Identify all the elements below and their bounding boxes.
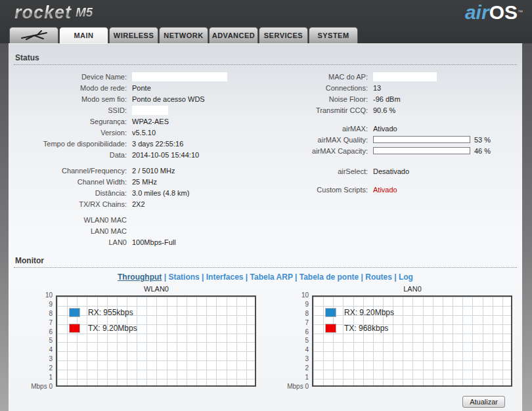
status-row-airselect: airSelect: Desativado — [269, 165, 522, 177]
airmax-quality-meter — [373, 136, 470, 143]
field-label: Custom Scripts: — [269, 186, 368, 194]
status-row-airmax-quality: airMAX Quality: 53 % — [269, 134, 522, 145]
status-row-channel-width: Channel Width: 25 MHz — [9, 176, 269, 187]
wlan0-legend: RX: 955kbps TX: 9.20Mbps — [69, 305, 137, 336]
y-tick: 1 — [49, 374, 53, 381]
airmax-capacity-percent: 46 % — [474, 147, 491, 155]
tx-color-swatch — [69, 324, 80, 333]
tab-system[interactable]: SYSTEM — [309, 27, 358, 43]
field-label: Tempo de disponibilidade: — [9, 140, 127, 148]
status-section-header: Status — [14, 52, 517, 65]
wlan0-plot-area: RX: 955kbps TX: 9.20Mbps — [56, 295, 256, 387]
field-label: Channel Width: — [9, 178, 127, 186]
rx-color-swatch — [69, 308, 80, 317]
link-interfaces[interactable]: Interfaces — [206, 272, 244, 282]
field-value: Ponto de acesso WDS — [132, 95, 205, 103]
link-throughput[interactable]: Throughput — [118, 272, 162, 282]
status-row-airmax: airMAX: Ativado — [269, 123, 522, 134]
link-log[interactable]: Log — [399, 272, 413, 282]
tab-services[interactable]: SERVICES — [259, 27, 308, 43]
y-tick: 7 — [49, 319, 53, 327]
link-separator: | — [246, 272, 248, 282]
y-axis-unit-label: Mbps 0 — [287, 383, 309, 391]
y-tick: 3 — [49, 355, 53, 363]
y-tick: 5 — [49, 337, 53, 345]
main-content: Status Device Name: Modo de rede: Ponte … — [9, 43, 522, 411]
wlan0-y-axis: 10 9 8 7 6 5 4 3 2 1 Mbps 0 — [9, 295, 56, 387]
status-right-column: MAC do AP: Connections: 13 Noise Floor: … — [269, 71, 522, 248]
status-row-device-name: Device Name: — [9, 71, 269, 82]
status-row-security: Segurança: WPA2-AES — [9, 116, 269, 127]
tab-ubiquiti-home[interactable] — [9, 27, 58, 43]
status-row-noise-floor: Noise Floor: -96 dBm — [269, 93, 522, 104]
rx-color-swatch — [325, 308, 336, 317]
rocket-model-label: M5 — [76, 5, 93, 20]
status-grid: Device Name: Modo de rede: Ponte Modo se… — [9, 65, 522, 248]
lan0-y-axis: 10 9 8 7 6 5 4 3 2 1 Mbps 0 — [265, 295, 312, 387]
tab-network[interactable]: NETWORK — [159, 27, 208, 43]
field-label: Noise Floor: — [269, 95, 368, 103]
airmax-capacity-meter — [373, 147, 470, 154]
field-value: 3 days 22:55:16 — [132, 140, 183, 148]
field-value: Ponte — [132, 84, 151, 92]
y-tick: 4 — [49, 346, 53, 354]
status-row-uptime: Tempo de disponibilidade: 3 days 22:55:1… — [9, 138, 269, 149]
field-label: Transmitir CCQ: — [269, 106, 368, 114]
link-arp-table[interactable]: Tabela ARP — [250, 272, 293, 282]
field-label: Modo de rede: — [9, 84, 127, 92]
link-routes[interactable]: Routes — [365, 272, 392, 282]
y-tick: 9 — [305, 301, 309, 309]
field-label: Version: — [9, 129, 127, 137]
status-row-distance: Distância: 3.0 miles (4.8 km) — [9, 187, 269, 198]
legend-row-tx: TX: 9.20Mbps — [69, 320, 137, 336]
status-row-connections: Connections: 13 — [269, 82, 522, 93]
rx-legend-label: RX: 955kbps — [88, 308, 133, 317]
tx-legend-label: TX: 9.20Mbps — [88, 324, 137, 333]
logo-row: rocket M5 airOS™ — [0, 0, 532, 26]
field-value: 100Mbps-Full — [132, 238, 176, 246]
field-label: airMAX Quality: — [269, 136, 368, 144]
link-stations[interactable]: Stations — [168, 272, 199, 282]
field-value: 25 MHz — [132, 178, 157, 186]
tab-advanced[interactable]: ADVANCED — [209, 27, 258, 43]
status-row-version: Version: v5.5.10 — [9, 127, 269, 138]
tab-wireless[interactable]: WIRELESS — [109, 27, 158, 43]
lan0-chart-body: 10 9 8 7 6 5 4 3 2 1 Mbps 0 R — [265, 295, 521, 387]
legend-row-rx: RX: 9.20Mbps — [325, 305, 394, 320]
y-tick: 2 — [49, 364, 53, 372]
y-tick: 8 — [305, 310, 309, 318]
field-value: WPA2-AES — [132, 118, 169, 125]
link-separator: | — [361, 272, 363, 282]
status-row-wlan0-mac: WLAN0 MAC — [9, 214, 269, 225]
monitor-nav-links: Throughput | Stations | Interfaces | Tab… — [9, 272, 522, 282]
device-name-value-redacted — [132, 72, 227, 81]
refresh-button[interactable]: Atualizar — [462, 396, 505, 408]
field-label: MAC do AP: — [269, 73, 368, 81]
lan0-plot-area: RX: 9.20Mbps TX: 968kbps — [312, 295, 512, 387]
tab-bar: MAIN WIRELESS NETWORK ADVANCED SERVICES … — [0, 26, 532, 43]
ssid-value-redacted — [132, 106, 168, 115]
throughput-charts: WLAN0 10 9 8 7 6 5 4 3 2 1 Mbps 0 — [9, 285, 522, 387]
airos-logo: airOS™ — [465, 1, 523, 24]
tab-main[interactable]: MAIN — [59, 27, 108, 43]
y-tick: 7 — [305, 319, 309, 327]
field-value: 2014-10-05 15:44:10 — [132, 151, 199, 159]
field-label: Segurança: — [9, 118, 127, 125]
custom-scripts-status-badge: Ativado — [373, 186, 397, 194]
field-value: 3.0 miles (4.8 km) — [132, 189, 189, 197]
status-row-ssid: SSID: — [9, 104, 269, 116]
status-row-wireless-mode: Modo sem fio: Ponto de acesso WDS — [9, 93, 269, 104]
y-tick: 4 — [305, 346, 309, 354]
link-separator: | — [295, 272, 297, 282]
y-tick: 6 — [49, 328, 53, 336]
link-separator: | — [394, 272, 396, 282]
field-label: Device Name: — [9, 73, 127, 81]
y-tick: 10 — [301, 292, 309, 299]
field-label: Connections: — [269, 84, 368, 92]
link-bridge-table[interactable]: Tabela de ponte — [299, 272, 359, 282]
field-label: Channel/Frequency: — [9, 167, 127, 175]
field-value: v5.5.10 — [132, 129, 156, 137]
status-left-column: Device Name: Modo de rede: Ponte Modo se… — [9, 71, 269, 248]
field-label: airMAX Capacity: — [269, 147, 368, 155]
y-tick: 8 — [49, 310, 53, 318]
